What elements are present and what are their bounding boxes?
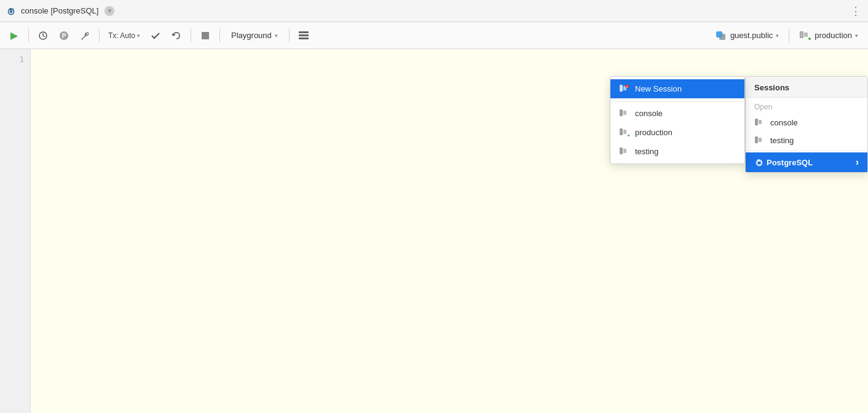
svg-rect-20 [759,138,762,142]
playground-chevron-icon: ▾ [275,33,278,39]
editor-area: 1 Sessions Open console testing [0,49,868,413]
schema-selector-button[interactable]: guest.public ▾ [711,28,784,42]
svg-text:P: P [62,33,66,39]
settings-button[interactable] [76,26,94,45]
toolbar-divider-1 [28,29,29,42]
svg-rect-14 [801,34,803,35]
svg-rect-23 [757,159,760,162]
new-session-button[interactable]: + New Session [610,79,744,98]
connection-label: production [815,31,852,40]
wrench-icon [80,31,90,41]
new-session-dropdown: + New Session console [610,76,745,164]
toolbar-divider-6 [789,29,789,42]
sessions-dropdown: Sessions Open console testing [745,76,868,173]
svg-rect-15 [801,36,803,37]
line-numbers: 1 [0,49,31,413]
tx-label: Tx: Auto [108,31,135,40]
rollback-button[interactable] [167,26,186,45]
history-icon [38,31,48,41]
ns-production-icon [619,128,630,137]
run-button[interactable]: ▶ [5,26,23,45]
connection-icon [799,31,811,41]
sessions-item-console[interactable]: console [746,114,867,132]
ns-production-label: production [635,128,673,137]
svg-rect-11 [299,37,309,39]
toolbar-divider-4 [219,29,220,42]
explain-icon: P [59,31,69,41]
ns-testing-label: testing [635,147,658,156]
sessions-postgresql-row[interactable]: PostgreSQL › [746,152,867,172]
commit-button[interactable] [146,26,165,45]
toolbar-divider-2 [99,29,100,42]
toolbar-divider-3 [191,29,191,42]
toolbar-divider-5 [289,29,290,42]
playground-label: Playground [231,31,272,40]
schema-icon [716,31,727,40]
schema-chevron-icon: ▾ [776,33,779,39]
title-bar: console [PostgreSQL] × ⋮ [0,0,868,22]
postgres-icon [6,6,16,16]
ns-console-label: console [635,109,663,118]
explain-button[interactable]: P [55,26,73,45]
svg-rect-31 [623,130,626,134]
grid-icon [298,31,309,41]
close-tab-button[interactable]: × [105,6,114,16]
postgresql-icon [754,157,764,167]
svg-text:+: + [626,85,628,88]
sessions-console-label: console [770,118,798,127]
svg-rect-9 [299,31,309,33]
sessions-testing-label: testing [770,136,794,145]
connection-selector-button[interactable]: production ▾ [794,28,863,43]
ns-console-icon [619,109,630,118]
sessions-postgresql-chevron: › [856,157,859,168]
stop-icon [201,31,210,40]
svg-rect-33 [623,149,626,153]
svg-rect-18 [759,120,762,124]
grid-button[interactable] [294,26,313,45]
svg-rect-8 [202,32,209,39]
svg-rect-28 [620,109,623,116]
schema-label: guest.public [730,31,773,40]
new-session-icon: + [619,85,630,93]
undo-icon [172,31,181,41]
sessions-header: Sessions [746,77,867,98]
sessions-postgresql-label: PostgreSQL [767,158,813,167]
stop-button[interactable] [196,26,215,45]
sessions-open-label: Open [746,98,867,114]
transaction-button[interactable]: Tx: Auto ▾ [105,26,144,45]
svg-rect-32 [620,148,623,154]
title-bar-title: console [PostgreSQL] [21,6,98,15]
toolbar-right: guest.public ▾ production ▾ [711,28,863,43]
svg-rect-16 [804,33,808,37]
svg-rect-30 [620,128,623,135]
svg-rect-24 [620,85,623,92]
tx-chevron-icon: ▾ [137,33,140,39]
toolbar: ▶ P Tx: Auto ▾ [0,22,868,49]
session-console-icon [754,119,765,127]
svg-rect-19 [755,136,758,143]
svg-rect-17 [755,119,758,125]
connection-chevron-icon: ▾ [855,33,858,39]
playground-button[interactable]: Playground ▾ [225,28,284,42]
new-session-label: New Session [635,84,682,93]
new-session-item-testing[interactable]: testing [610,142,744,161]
history-button[interactable] [34,26,52,45]
sessions-item-testing[interactable]: testing [746,132,867,149]
svg-rect-13 [801,32,803,33]
line-number-1: 1 [0,54,30,65]
svg-rect-29 [623,111,626,115]
check-icon [151,31,160,41]
new-session-item-production[interactable]: production [610,123,744,142]
svg-rect-3 [9,7,12,10]
sessions-divider [746,151,867,151]
svg-rect-10 [299,34,309,36]
new-session-divider [610,101,744,101]
ns-testing-icon [619,148,630,156]
session-testing-icon [754,136,765,145]
svg-point-2 [10,10,12,12]
new-session-item-console[interactable]: console [610,104,744,123]
menu-dots-button[interactable]: ⋮ [850,4,862,18]
